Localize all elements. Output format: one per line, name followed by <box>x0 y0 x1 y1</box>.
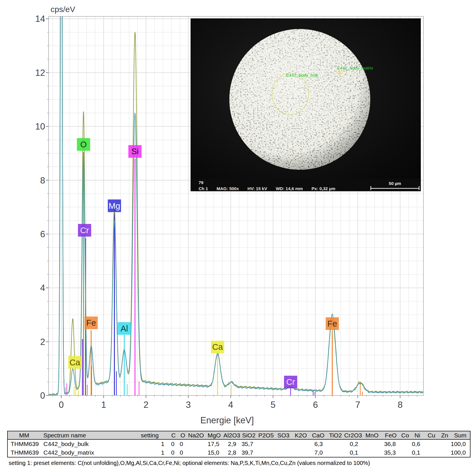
element-label-text-cr: Cr <box>80 226 89 235</box>
table-header-cell: Al2O3 <box>223 431 240 439</box>
table-cell: 36,8 <box>382 439 400 448</box>
annotation-body-matrix: C442_body_matrix <box>337 65 373 70</box>
x-tick-label: 7 <box>355 400 360 410</box>
table-cell: 15,0 <box>205 448 223 457</box>
table-header-cell: Sum <box>451 431 470 439</box>
x-tick-label: 1 <box>101 400 106 410</box>
annotation-body-bulk: C442_body_bulk <box>286 73 318 78</box>
element-label-text-fe: Fe <box>86 318 96 327</box>
table-cell: 35,7 <box>240 439 257 448</box>
table-cell: 39,7 <box>240 448 257 457</box>
table-cell: THMM639 <box>7 448 41 457</box>
y-tick-label: 0 <box>40 391 45 401</box>
sem-caption-item: Ch 1 <box>199 186 208 191</box>
table-cell <box>257 448 275 457</box>
table-header-cell: MgO <box>205 431 223 439</box>
table-cell: 0 <box>168 448 178 457</box>
table-header-cell: Co <box>400 431 410 439</box>
eds-report-page: 01234567802468101214 OSiMgCrFeAlCaCaCrFe… <box>0 0 476 473</box>
element-label-text-cr: Cr <box>286 377 295 387</box>
table-cell <box>187 439 205 448</box>
table-cell: 0 <box>178 439 187 448</box>
table-header-cell: SO3 <box>275 431 292 439</box>
table-cell <box>400 448 410 457</box>
table-cell <box>362 439 382 448</box>
table-cell <box>257 439 275 448</box>
table-cell <box>327 439 344 448</box>
table-header-cell: Ni <box>410 431 424 439</box>
table-header-cell: MnO <box>362 431 382 439</box>
table-cell: 0 <box>178 448 187 457</box>
x-tick-label: 2 <box>143 400 148 410</box>
composition-table-header: MMSpectrum namesettingCONa2OMgOAl2O3SiO2… <box>7 431 470 439</box>
y-tick-label: 12 <box>35 68 45 78</box>
y-tick-label: 2 <box>40 337 45 347</box>
y-tick-label: 10 <box>35 121 45 132</box>
x-tick-label: 0 <box>59 400 64 410</box>
table-cell: 2,9 <box>223 439 240 448</box>
element-label-text-ca: Ca <box>70 358 80 367</box>
table-cell <box>275 439 292 448</box>
element-label-text-fe: Fe <box>327 319 337 328</box>
table-header-cell: MM <box>7 431 41 439</box>
table-header-row: MMSpectrum namesettingCONa2OMgOAl2O3SiO2… <box>7 431 470 439</box>
table-cell: 100,0 <box>451 448 470 457</box>
y-tick-label: 8 <box>40 175 45 186</box>
sem-caption-item: Px: 0,32 µm <box>312 186 335 191</box>
y-axis-title: cps/eV <box>51 5 75 14</box>
table-cell <box>400 439 410 448</box>
composition-table-body: THMM639C442_body_bulk10017,52,935,76,30,… <box>7 439 470 457</box>
y-tick-label: 6 <box>40 229 45 239</box>
table-cell: 1 <box>131 448 168 457</box>
table-cell: 1 <box>131 439 168 448</box>
table-cell <box>292 448 310 457</box>
sem-particle-sphere <box>229 29 370 170</box>
table-header-cell: Spectrum name <box>41 431 131 439</box>
sem-frame-number: 79 <box>199 180 204 185</box>
table-cell <box>424 439 439 448</box>
table-row: THMM639C442_body_matrix10015,02,839,77,0… <box>7 448 470 457</box>
table-header-cell: C <box>168 431 178 439</box>
x-axis-title: Energie [keV] <box>200 415 254 425</box>
sem-caption-item: HV: 15 kV <box>247 186 267 191</box>
table-cell: 2,8 <box>223 448 240 457</box>
table-cell <box>327 448 344 457</box>
element-label-text-mg: Mg <box>109 201 120 211</box>
table-header-cell: Cr2O3 <box>344 431 362 439</box>
table-header-cell: Zn <box>439 431 451 439</box>
x-tick-label: 4 <box>228 400 233 410</box>
y-tick-label: 14 <box>35 14 45 24</box>
table-header-cell: P2O5 <box>257 431 275 439</box>
table-cell: 0,1 <box>344 448 362 457</box>
table-cell: 17,5 <box>205 439 223 448</box>
table-header-cell: Cu <box>424 431 439 439</box>
table-cell <box>424 448 439 457</box>
table-cell: 35,3 <box>382 448 400 457</box>
table-cell <box>362 448 382 457</box>
table-cell <box>439 448 451 457</box>
table-cell <box>439 439 451 448</box>
table-cell: 0,2 <box>344 439 362 448</box>
y-tick-label: 4 <box>40 283 45 293</box>
sem-caption-line: Ch 1MAG: 500xHV: 15 kVWD: 14,6 mmPx: 0,3… <box>199 186 335 191</box>
table-header-cell: FeO <box>382 431 400 439</box>
table-cell: 100,0 <box>451 439 470 448</box>
table-header-cell: K2O <box>292 431 310 439</box>
table-cell <box>292 439 310 448</box>
element-label-text-al: Al <box>120 324 128 333</box>
table-cell: C442_body_bulk <box>41 439 131 448</box>
x-tick-label: 5 <box>270 400 275 410</box>
settings-footnote: setting 1: preset elements: C(not unfold… <box>9 460 370 466</box>
table-cell: 0,1 <box>410 448 424 457</box>
table-header-cell: Na2O <box>187 431 205 439</box>
sem-caption-item: MAG: 500x <box>217 186 239 191</box>
table-cell: THMM639 <box>7 439 41 448</box>
element-label-text-ca: Ca <box>212 342 223 352</box>
table-header-cell: CaO <box>310 431 327 439</box>
table-header-cell: O <box>178 431 187 439</box>
x-tick-label: 3 <box>186 400 191 410</box>
table-cell: C442_body_matrix <box>41 448 131 457</box>
table-cell <box>187 448 205 457</box>
table-cell: 7,0 <box>310 448 327 457</box>
table-cell: 6,3 <box>310 439 327 448</box>
